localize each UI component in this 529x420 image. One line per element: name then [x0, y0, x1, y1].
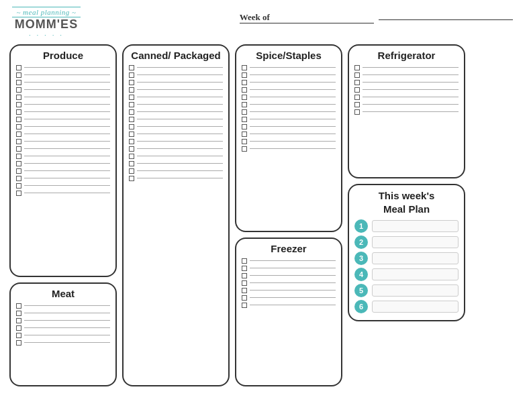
checkbox[interactable] [242, 273, 247, 278]
checkbox[interactable] [129, 117, 134, 122]
checkbox[interactable] [16, 168, 21, 174]
checkbox[interactable] [16, 183, 21, 189]
checkbox[interactable] [16, 318, 21, 323]
check-line [129, 94, 223, 100]
checkbox[interactable] [129, 95, 134, 100]
check-line [129, 138, 223, 144]
checkbox[interactable] [16, 80, 21, 85]
checkbox[interactable] [354, 87, 360, 93]
checkbox[interactable] [129, 65, 134, 70]
line-bar [250, 126, 336, 127]
spice-box: Spice/Staples [235, 44, 342, 232]
checkbox[interactable] [16, 333, 21, 338]
checkbox[interactable] [242, 132, 247, 137]
line-bar [250, 82, 336, 83]
checkbox[interactable] [16, 176, 21, 181]
checkbox[interactable] [129, 168, 134, 174]
canned-box: Canned/ Packaged [122, 44, 230, 386]
checkbox[interactable] [16, 95, 21, 100]
meal-day-input[interactable] [372, 301, 459, 313]
checkbox[interactable] [242, 80, 247, 85]
checkbox[interactable] [16, 311, 21, 316]
checkbox[interactable] [242, 280, 247, 286]
line-bar [137, 89, 223, 90]
checkbox[interactable] [242, 117, 247, 122]
checkbox[interactable] [242, 109, 247, 115]
check-line [242, 280, 336, 286]
check-line [16, 72, 110, 78]
line-bar [363, 104, 459, 105]
line-bar [250, 148, 336, 149]
check-line [242, 258, 336, 264]
checkbox[interactable] [16, 161, 21, 166]
checkbox[interactable] [129, 161, 134, 166]
line-bar [363, 67, 459, 68]
meal-day-item: 4 [354, 268, 459, 281]
meal-day-input[interactable] [372, 268, 459, 280]
check-line [129, 168, 223, 174]
checkbox[interactable] [16, 139, 21, 144]
checkbox[interactable] [242, 258, 247, 264]
checkbox[interactable] [129, 146, 134, 152]
meal-day-input[interactable] [372, 284, 459, 297]
checkbox[interactable] [16, 72, 21, 78]
checkbox[interactable] [129, 102, 134, 107]
checkbox[interactable] [16, 146, 21, 152]
check-line [242, 131, 336, 137]
col-spice-freezer: Spice/Staples Freezer [235, 44, 342, 386]
checkbox[interactable] [16, 117, 21, 122]
checkbox[interactable] [242, 303, 247, 308]
meal-day-input[interactable] [372, 220, 459, 232]
checkbox[interactable] [354, 72, 360, 78]
checkbox[interactable] [242, 102, 247, 107]
checkbox[interactable] [242, 266, 247, 271]
checkbox[interactable] [242, 139, 247, 144]
check-line [242, 87, 336, 93]
checkbox[interactable] [354, 109, 360, 115]
checkbox[interactable] [16, 65, 21, 70]
check-line [16, 109, 110, 115]
checkbox[interactable] [129, 80, 134, 85]
check-line [16, 87, 110, 93]
checkbox[interactable] [242, 288, 247, 293]
checkbox[interactable] [242, 295, 247, 301]
checkbox[interactable] [16, 325, 21, 331]
checkbox[interactable] [242, 72, 247, 78]
checkbox[interactable] [242, 124, 247, 129]
checkbox[interactable] [129, 124, 134, 129]
check-line [129, 72, 223, 78]
checkbox[interactable] [16, 340, 21, 346]
checkbox[interactable] [129, 176, 134, 181]
checkbox[interactable] [242, 146, 247, 152]
freezer-checklist [242, 258, 336, 309]
checkbox[interactable] [16, 109, 21, 115]
checkbox[interactable] [242, 65, 247, 70]
check-line [354, 79, 459, 85]
checkbox[interactable] [129, 154, 134, 159]
line-bar [363, 89, 459, 90]
meal-day-input[interactable] [372, 252, 459, 264]
checkbox[interactable] [16, 102, 21, 107]
checkbox[interactable] [129, 72, 134, 78]
checkbox[interactable] [354, 80, 360, 85]
line-bar [137, 111, 223, 112]
checkbox[interactable] [354, 102, 360, 107]
checkbox[interactable] [242, 95, 247, 100]
checkbox[interactable] [129, 139, 134, 144]
meal-day-input[interactable] [372, 236, 459, 248]
checkbox[interactable] [354, 95, 360, 100]
checkbox[interactable] [16, 132, 21, 137]
checkbox[interactable] [16, 124, 21, 129]
checkbox[interactable] [16, 154, 21, 159]
checkbox[interactable] [129, 109, 134, 115]
checkbox[interactable] [129, 87, 134, 93]
check-line [242, 101, 336, 107]
checkbox[interactable] [129, 132, 134, 137]
line-bar [24, 335, 110, 335]
checkbox[interactable] [16, 303, 21, 309]
line-bar [24, 134, 110, 134]
checkbox[interactable] [242, 87, 247, 93]
checkbox[interactable] [354, 65, 360, 70]
checkbox[interactable] [16, 87, 21, 93]
checkbox[interactable] [16, 191, 21, 196]
